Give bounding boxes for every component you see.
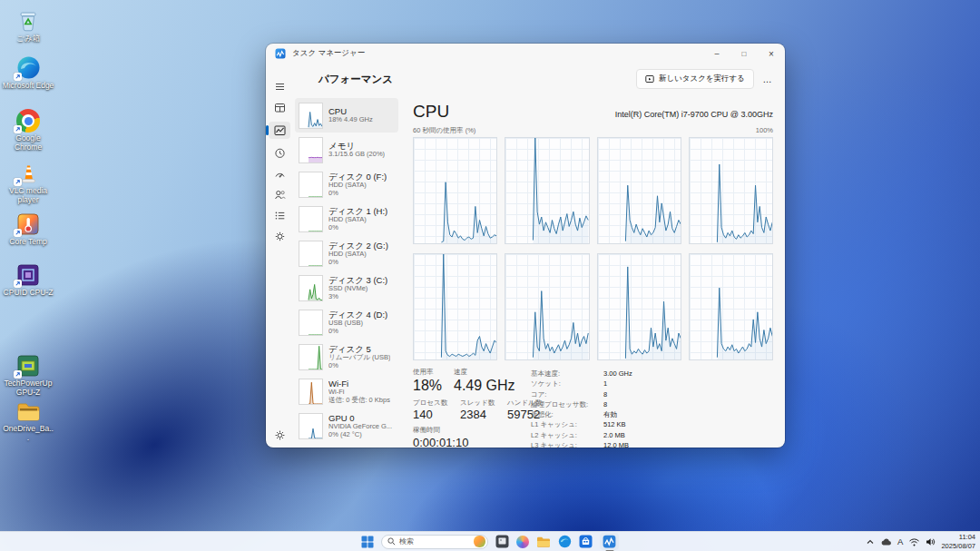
ime-indicator[interactable]: A bbox=[897, 536, 903, 546]
sidebar-item-メモリ[interactable]: メモリ3.1/15.6 GB (20%) bbox=[295, 133, 398, 167]
settings-icon[interactable] bbox=[266, 429, 293, 441]
desktop-icon-core-temp[interactable]: Core Temp bbox=[2, 211, 54, 249]
sidebar-item-ディスク-1-(h:)[interactable]: ディスク 1 (H:)HDD (SATA)0% bbox=[295, 202, 398, 236]
cpu-speed-value: 4.49 GHz bbox=[454, 378, 515, 394]
run-new-task-button[interactable]: 新しいタスクを実行する bbox=[636, 69, 754, 89]
edge-icon[interactable] bbox=[558, 535, 572, 548]
services-icon[interactable] bbox=[269, 230, 290, 243]
sidebar-item-chart-thumbnail bbox=[299, 379, 323, 405]
desktop-icon-gpu-z[interactable]: TechPowerUp GPU-Z bbox=[2, 352, 54, 399]
sidebar-item-chart-thumbnail bbox=[299, 103, 323, 129]
desktop-icon-label: ごみ箱 bbox=[2, 34, 54, 44]
taskbar-clock[interactable]: 11:04 2025/08/07 bbox=[941, 533, 975, 550]
task-manager-taskbar-icon[interactable] bbox=[600, 533, 619, 550]
startup-apps-icon[interactable] bbox=[269, 167, 290, 181]
wifi-icon[interactable] bbox=[908, 537, 920, 546]
cpu-core-chart bbox=[505, 137, 589, 244]
desktop-icon-cpu-z[interactable]: CPUID CPU-Z bbox=[2, 261, 54, 300]
copilot-icon[interactable] bbox=[516, 536, 529, 548]
search-input[interactable]: 検索 bbox=[381, 535, 488, 549]
sidebar-item-chart-thumbnail bbox=[299, 137, 323, 163]
spec-label: L1 キャッシュ: bbox=[531, 419, 603, 429]
search-icon bbox=[387, 537, 396, 546]
volume-icon[interactable] bbox=[926, 537, 936, 546]
cpu-core-chart bbox=[413, 253, 497, 360]
cpu-core-chart bbox=[597, 253, 681, 360]
spec-value: 512 KB bbox=[603, 419, 626, 429]
cpu-spec-row: L2 キャッシュ:2.0 MB bbox=[531, 430, 632, 440]
performance-icon[interactable] bbox=[269, 122, 290, 139]
processes-value: 140 bbox=[413, 408, 460, 421]
sidebar-item-detail: 3.1/15.6 GB (20%) bbox=[328, 151, 385, 159]
desktop-icon-label: Google Chrome bbox=[2, 134, 54, 153]
sidebar-item-detail: 0% bbox=[328, 259, 388, 267]
cpu-utilization-value: 18% bbox=[413, 378, 454, 394]
cpu-core-chart bbox=[413, 137, 497, 244]
cpu-model-name: Intel(R) Core(TM) i7-9700 CPU @ 3.00GHz bbox=[615, 110, 773, 119]
onedrive-icon[interactable] bbox=[880, 537, 892, 546]
cpu-spec-row: ソケット:1 bbox=[531, 379, 632, 389]
vlc-icon bbox=[15, 160, 42, 185]
desktop-icon-edge[interactable]: Microsoft Edge bbox=[2, 54, 54, 93]
spec-value: 12.0 MB bbox=[603, 440, 629, 448]
cpu-core-grid[interactable] bbox=[413, 137, 773, 360]
sidebar-item-wi-fi[interactable]: Wi-FiWi-Fi送信: 0 受信: 0 Kbps bbox=[295, 374, 398, 408]
spec-label: ソケット: bbox=[531, 379, 603, 389]
sidebar-item-ディスク-0-(f:)[interactable]: ディスク 0 (F:)HDD (SATA)0% bbox=[295, 167, 398, 202]
close-button[interactable]: × bbox=[758, 44, 785, 64]
chrome-icon bbox=[15, 107, 42, 133]
sidebar-item-gpu-0[interactable]: GPU 0NVIDIA GeForce G...0% (42 °C) bbox=[295, 408, 398, 443]
desktop-icon-recycle-bin[interactable]: ごみ箱 bbox=[2, 7, 54, 45]
gpu-z-icon bbox=[15, 352, 42, 378]
sidebar-item-ディスク-4-(d:)[interactable]: ディスク 4 (D:)USB (USB)0% bbox=[295, 305, 398, 339]
file-explorer-icon[interactable] bbox=[536, 536, 551, 548]
stat-label: スレッド数 bbox=[460, 399, 507, 407]
spec-label: 仮想化: bbox=[531, 409, 603, 419]
spec-value: 8 bbox=[603, 399, 607, 409]
clock-time: 11:04 bbox=[941, 533, 975, 541]
minimize-button[interactable]: – bbox=[703, 44, 730, 64]
core-temp-icon bbox=[15, 211, 42, 236]
desktop-icon-chrome[interactable]: Google Chrome bbox=[2, 107, 54, 154]
sidebar-item-detail: 0% bbox=[328, 328, 387, 336]
cpu-panel: CPU Intel(R) Core(TM) i7-9700 CPU @ 3.00… bbox=[413, 102, 773, 448]
chevron-up-icon[interactable] bbox=[866, 538, 875, 546]
desktop-icon-label: OneDrive_Ba... bbox=[2, 425, 54, 443]
cpu-spec-row: 論理プロセッサ数:8 bbox=[531, 399, 632, 409]
cpu-core-chart bbox=[689, 253, 773, 360]
details-icon[interactable] bbox=[269, 209, 290, 222]
performance-sidebar: CPU18% 4.49 GHzメモリ3.1/15.6 GB (20%)ディスク … bbox=[293, 98, 400, 448]
spec-value: 3.00 GHz bbox=[603, 369, 632, 379]
nav-rail bbox=[266, 64, 293, 448]
shortcut-arrow-icon bbox=[14, 280, 22, 288]
desktop: ごみ箱 Microsoft Edge Google Chrome bbox=[0, 0, 980, 551]
spec-label: コア: bbox=[531, 389, 603, 399]
cpu-spec-row: L1 キャッシュ:512 KB bbox=[531, 419, 632, 429]
more-options-button[interactable]: … bbox=[758, 74, 778, 84]
maximize-button[interactable]: □ bbox=[730, 44, 758, 64]
sidebar-item-chart-thumbnail bbox=[299, 172, 323, 198]
cpu-spec-row: コア:8 bbox=[531, 389, 632, 399]
cpu-z-icon bbox=[15, 261, 42, 287]
desktop-icon-folder[interactable]: OneDrive_Ba... bbox=[2, 398, 54, 445]
edge-icon bbox=[15, 54, 42, 80]
taskbar: 検索 bbox=[0, 531, 980, 551]
processes-icon[interactable] bbox=[269, 101, 290, 114]
sidebar-item-ディスク-3-(c:)[interactable]: ディスク 3 (C:)SSD (NVMe)3% bbox=[295, 271, 398, 305]
app-history-icon[interactable] bbox=[269, 146, 290, 160]
sidebar-item-ディスク-5[interactable]: ディスク 5リムーバブル (USB)0% bbox=[295, 339, 398, 374]
cpu-title: CPU bbox=[413, 102, 449, 122]
sidebar-item-detail: 0% bbox=[328, 224, 387, 232]
sidebar-item-detail: 0% (42 °C) bbox=[328, 431, 392, 439]
users-icon[interactable] bbox=[269, 188, 290, 202]
sidebar-item-detail: 18% 4.49 GHz bbox=[328, 116, 373, 124]
desktop-icon-vlc[interactable]: VLC media player bbox=[2, 160, 54, 207]
photos-app-icon[interactable] bbox=[495, 535, 509, 548]
window-titlebar[interactable]: タスク マネージャー – □ × bbox=[266, 44, 785, 64]
start-button[interactable] bbox=[361, 536, 374, 548]
sidebar-item-ディスク-2-(g:)[interactable]: ディスク 2 (G:)HDD (SATA)0% bbox=[295, 236, 398, 271]
menu-icon[interactable] bbox=[269, 80, 290, 93]
run-task-icon bbox=[645, 74, 654, 84]
store-icon[interactable] bbox=[579, 535, 593, 548]
sidebar-item-cpu[interactable]: CPU18% 4.49 GHz bbox=[295, 98, 398, 133]
